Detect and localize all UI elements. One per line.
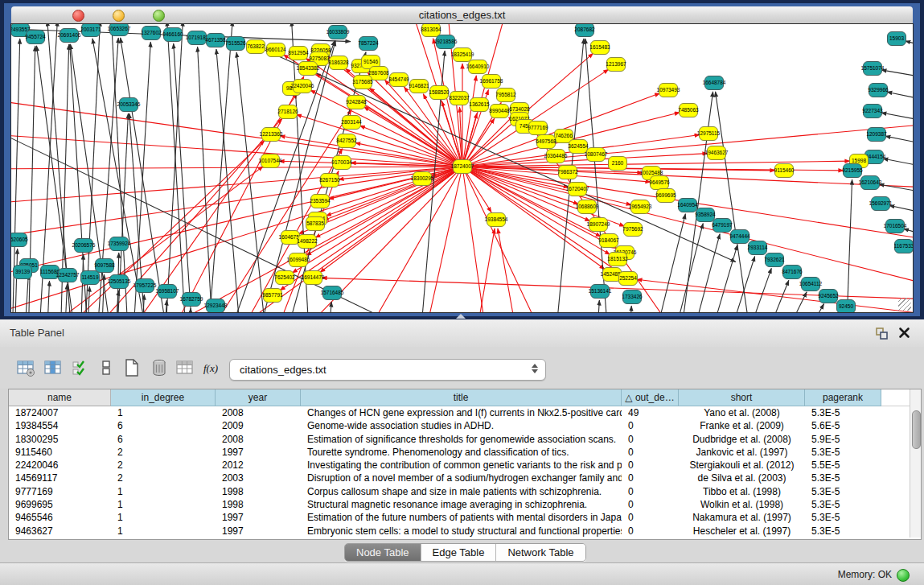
graph-node[interactable]: 10807467 [585,148,608,162]
graph-node[interactable]: 16648784 [703,76,726,90]
graph-edge[interactable] [11,134,462,167]
graph-node[interactable]: 7857224 [358,37,379,51]
graph-edge[interactable] [64,284,68,312]
splitter-collapse-handle[interactable] [456,314,466,319]
graph-node[interactable]: 15692971 [869,197,893,211]
graph-node[interactable]: 15751074 [861,62,885,76]
table-cell-out_de[interactable]: 0 [622,419,679,432]
table-cell-in_degree[interactable]: 1 [111,406,216,419]
graph-edge[interactable] [885,136,913,146]
table-row[interactable]: 2242004622012Investigating the contribut… [9,459,921,472]
column-header-name[interactable]: name [9,389,111,406]
table-cell-name[interactable]: 18724007 [9,406,111,419]
graph-edge[interactable] [198,47,213,312]
graph-node[interactable]: 9660124 [265,43,286,57]
table-cell-title[interactable]: Structural magnetic resonance image aver… [301,498,622,511]
table-cell-name[interactable]: 14569117 [9,472,111,484]
graph-node[interactable]: 9115460 [774,164,795,178]
graph-edge[interactable] [164,300,166,312]
graph-node[interactable]: 20053346 [117,98,141,112]
graph-node[interactable]: 8912954 [288,47,309,60]
table-cell-pagerank[interactable]: 5.3E-5 [805,446,881,459]
float-panel-icon[interactable] [875,327,889,340]
graph-node[interactable]: 1327602 [141,27,162,40]
graph-node[interactable]: 6479197 [712,219,733,233]
function-builder-icon[interactable]: f(x) [201,356,224,379]
graph-node[interactable]: 19384554 [485,213,508,227]
table-cell-year[interactable]: 2008 [216,433,301,446]
graph-node[interactable]: 9245652 [818,290,839,303]
graph-edge[interactable] [800,304,824,312]
table-cell-in_degree[interactable]: 1 [111,525,216,538]
graph-node[interactable]: 8990448 [489,105,510,118]
graph-node[interactable]: 7955812 [495,89,516,102]
table-cell-name[interactable]: 9699695 [9,498,111,511]
graph-node[interactable]: 3175685 [352,76,373,89]
graph-node[interactable]: 8454749 [388,73,409,87]
graph-edge[interactable] [671,224,703,312]
column-header-pagerank[interactable]: pagerank [805,389,881,406]
graph-edge[interactable] [363,107,462,167]
graph-node[interactable]: 16782759 [180,293,203,307]
graph-edge[interactable] [653,214,685,312]
table-cell-pagerank[interactable]: 5.9E-5 [805,433,881,446]
table-cell-year[interactable]: 1997 [216,525,301,538]
table-cell-year[interactable]: 2009 [216,419,301,432]
graph-node[interactable]: 8186328 [328,56,349,70]
column-header-short[interactable]: short [679,389,805,406]
table-cell-short[interactable]: Jankovic et al. (1997) [679,446,805,459]
table-cell-title[interactable]: Estimation of the future numbers of pati… [301,511,622,524]
table-cell-in_degree[interactable]: 2 [111,459,216,472]
resize-grip-icon[interactable] [898,298,911,311]
graph-node[interactable]: 17016504 [884,220,907,233]
graph-node[interactable]: 16958107 [156,285,179,299]
graph-node[interactable]: 19654923 [629,200,652,214]
column-header-title[interactable]: title [301,389,622,406]
table-row[interactable]: 1830029562008Estimation of significance … [9,433,921,446]
table-cell-name[interactable]: 19384554 [9,419,111,432]
graph-edge[interactable] [637,279,913,312]
graph-node[interactable]: 12505135 [108,275,131,289]
graph-edge[interactable] [889,205,913,215]
graph-node[interactable]: 9170034 [331,156,352,170]
scrollbar-thumb[interactable] [912,410,921,449]
graph-node[interactable]: 18300295 [411,172,434,186]
graph-node[interactable]: 12975115 [697,127,721,141]
graph-node[interactable]: 1498222 [297,235,318,249]
graph-edge[interactable] [14,249,18,312]
table-cell-pagerank[interactable]: 5.3E-5 [805,511,881,524]
graph-node[interactable]: 17957225 [133,279,157,293]
graph-node[interactable]: 9857791 [262,289,283,303]
network-canvas-svg[interactable]: 2493557945572420691406200317110653267132… [11,24,913,312]
table-cell-short[interactable]: Tibbo et al. (1998) [679,485,805,498]
graph-node[interactable]: 12342757 [56,269,80,282]
graph-edge[interactable] [629,306,631,312]
table-cell-out_de[interactable]: 49 [622,406,679,419]
table-cell-pagerank[interactable]: 5.3E-5 [805,472,881,484]
graph-edge[interactable] [887,92,913,101]
network-window-titlebar[interactable]: citations_edges.txt [11,6,913,25]
graph-node[interactable]: 9649576 [649,176,670,190]
table-cell-year[interactable]: 2012 [216,459,301,472]
graph-edge[interactable] [474,229,495,312]
graph-node[interactable]: 1588520 [429,86,450,100]
graph-node[interactable]: 4671358 [205,34,226,47]
graph-node[interactable]: 16210643 [859,176,882,190]
graph-node[interactable]: 8322037 [449,92,470,105]
graph-node[interactable]: 18325419 [451,48,474,62]
graph-node[interactable]: 2933114 [748,241,768,255]
graph-node[interactable]: 19218586 [434,35,458,49]
table-cell-year[interactable]: 1997 [216,446,301,459]
graph-node[interactable]: 2803144 [341,116,362,130]
table-cell-pagerank[interactable]: 5.5E-5 [805,459,881,472]
table-cell-name[interactable]: 22420046 [9,459,111,472]
graph-edge[interactable] [744,268,771,312]
table-cell-year[interactable]: 1998 [216,498,301,511]
table-cell-in_degree[interactable]: 2 [111,446,216,459]
create-column-icon[interactable] [121,356,143,379]
graph-node[interactable]: 10973493 [657,84,680,97]
table-cell-year[interactable]: 2003 [216,472,301,484]
graph-node[interactable]: 1209387 [866,128,887,142]
table-cell-title[interactable]: Embryonic stem cells: a model to study s… [301,525,622,538]
graph-node[interactable]: 7485063 [678,104,699,117]
